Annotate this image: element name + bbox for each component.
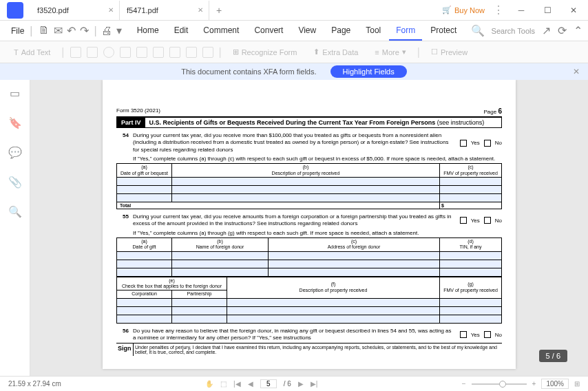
- q55-num: 55: [116, 213, 133, 228]
- tab-f5471[interactable]: f5471.pdf ✕: [120, 1, 209, 20]
- select-tool-icon[interactable]: ⬚: [220, 380, 227, 388]
- close-icon[interactable]: ✕: [573, 67, 580, 76]
- q56-no-checkbox[interactable]: [484, 331, 491, 338]
- sync-icon[interactable]: ⟳: [558, 24, 567, 37]
- q55-yes-checkbox[interactable]: [460, 217, 467, 224]
- attachment-icon[interactable]: 📎: [8, 176, 22, 189]
- page-label: Page: [484, 109, 497, 115]
- zoom-level: 100%: [541, 379, 569, 389]
- pdf-page: Form 3520 (2021) Page 6 Part IV U.S. Rec…: [103, 80, 516, 369]
- search-icon[interactable]: 🔍: [8, 205, 22, 218]
- expand-icon[interactable]: ⌃: [574, 24, 582, 37]
- q54-num: 54: [116, 132, 133, 154]
- redo-icon[interactable]: ↷: [80, 24, 89, 37]
- tab-protect[interactable]: Protect: [423, 21, 463, 41]
- image-field-icon[interactable]: [169, 47, 180, 58]
- tab-tool[interactable]: Tool: [359, 21, 388, 41]
- no-label: No: [495, 332, 502, 338]
- radio-icon[interactable]: [103, 47, 114, 58]
- search-tools-label[interactable]: Search Tools: [492, 27, 535, 35]
- document-viewport[interactable]: Form 3520 (2021) Page 6 Part IV U.S. Rec…: [30, 80, 588, 376]
- prev-page-button[interactable]: ◀: [248, 380, 253, 388]
- zoom-in-button[interactable]: +: [532, 380, 536, 388]
- bookmark-icon[interactable]: 🔖: [8, 116, 22, 129]
- tool-label: Recognize Form: [242, 48, 297, 56]
- highlight-fields-button[interactable]: Highlight Fields: [330, 65, 407, 78]
- share-icon[interactable]: ↗: [542, 24, 551, 37]
- file-menu[interactable]: File: [6, 26, 30, 36]
- fit-page-icon[interactable]: ⊞: [574, 380, 580, 388]
- tool-label: More: [382, 48, 399, 56]
- tool-label: Add Text: [21, 48, 51, 56]
- zoom-slider-thumb[interactable]: [499, 381, 506, 388]
- first-page-button[interactable]: |◀: [233, 380, 241, 388]
- t54-fmv-input[interactable]: [440, 177, 502, 185]
- minimize-button[interactable]: ─: [512, 1, 530, 19]
- dropdown-icon[interactable]: ▾: [116, 24, 122, 37]
- add-text-button[interactable]: TAdd Text: [8, 45, 56, 59]
- date-field-icon[interactable]: [202, 47, 213, 58]
- search-icon[interactable]: 🔍: [471, 24, 485, 37]
- page-number: 6: [498, 107, 502, 115]
- t54-date-input[interactable]: [117, 177, 172, 185]
- dropdown-field-icon[interactable]: [120, 47, 131, 58]
- mail-icon[interactable]: ✉: [54, 24, 63, 37]
- undo-icon[interactable]: ↶: [67, 24, 76, 37]
- extra-data-button[interactable]: ⬆ Extra Data: [308, 45, 364, 59]
- settings-icon[interactable]: ⋮: [493, 3, 504, 17]
- next-page-button[interactable]: ▶: [298, 380, 304, 388]
- tab-edit[interactable]: Edit: [167, 21, 196, 41]
- page-number-input[interactable]: [260, 379, 277, 388]
- list-field-icon[interactable]: [136, 47, 147, 58]
- recognize-form-button[interactable]: ⊞ Recognize Form: [227, 45, 303, 59]
- save-icon[interactable]: 🗎: [39, 24, 50, 37]
- tab-convert[interactable]: Convert: [247, 21, 290, 41]
- page-total: / 6: [284, 380, 291, 388]
- tab-view[interactable]: View: [291, 21, 323, 41]
- thumbnails-icon[interactable]: ▭: [10, 87, 20, 100]
- more-button[interactable]: ≡ More ▾: [369, 45, 411, 59]
- last-page-button[interactable]: ▶|: [311, 380, 318, 388]
- tab-f3520[interactable]: f3520.pdf ✕: [30, 1, 120, 20]
- close-icon[interactable]: ✕: [108, 6, 114, 14]
- q54-yes-checkbox[interactable]: [460, 140, 467, 147]
- close-icon[interactable]: ✕: [198, 6, 203, 14]
- page-dimensions: 21.59 x 27.94 cm: [8, 380, 61, 388]
- tab-home[interactable]: Home: [130, 21, 166, 41]
- xfa-banner: This document contains XFA form fields. …: [0, 63, 588, 80]
- print-icon[interactable]: 🖨: [97, 25, 116, 37]
- yes-label: Yes: [471, 140, 480, 146]
- q54-no-checkbox[interactable]: [484, 140, 491, 147]
- left-sidebar: ▭ 🔖 💬 📎 🔍: [0, 80, 30, 376]
- tab-page[interactable]: Page: [324, 21, 357, 41]
- tab-comment[interactable]: Comment: [196, 21, 246, 41]
- text-field-icon[interactable]: [70, 47, 81, 58]
- tab-label: f5471.pdf: [127, 6, 158, 14]
- q55-no-checkbox[interactable]: [484, 217, 491, 224]
- comment-icon[interactable]: 💬: [8, 146, 22, 159]
- close-button[interactable]: ✕: [565, 1, 582, 19]
- hand-tool-icon[interactable]: ✋: [205, 380, 213, 388]
- signature-field-icon[interactable]: [186, 47, 197, 58]
- q55-text: During your current tax year, did you re…: [133, 213, 454, 228]
- tab-form[interactable]: Form: [389, 21, 422, 41]
- q56-text: Do you have any reason to believe that t…: [133, 328, 454, 342]
- no-label: No: [495, 140, 502, 146]
- q56-yes-checkbox[interactable]: [460, 331, 467, 338]
- yes-label: Yes: [471, 332, 480, 338]
- add-tab-button[interactable]: +: [209, 5, 229, 16]
- button-field-icon[interactable]: [153, 47, 164, 58]
- page-indicator-badge: 5 / 6: [539, 350, 567, 362]
- q55-instruction: If "Yes," complete columns (a) through (…: [133, 230, 502, 236]
- t54-desc-input[interactable]: [172, 177, 440, 185]
- checkbox-icon[interactable]: [87, 47, 98, 58]
- statusbar: 21.59 x 27.94 cm ✋ ⬚ |◀ ◀ / 6 ▶ ▶| − + 1…: [0, 376, 588, 391]
- banner-message: This document contains XFA form fields.: [181, 67, 316, 76]
- preview-button[interactable]: ☐ Preview: [426, 45, 473, 59]
- part-label: Part IV: [117, 118, 145, 127]
- zoom-out-button[interactable]: −: [462, 380, 466, 388]
- buy-now-link[interactable]: 🛒 Buy Now: [442, 6, 485, 14]
- zoom-slider[interactable]: [472, 383, 527, 385]
- main-area: ▭ 🔖 💬 📎 🔍 Form 3520 (2021) Page 6 Part I…: [0, 80, 588, 376]
- maximize-button[interactable]: ☐: [538, 1, 556, 19]
